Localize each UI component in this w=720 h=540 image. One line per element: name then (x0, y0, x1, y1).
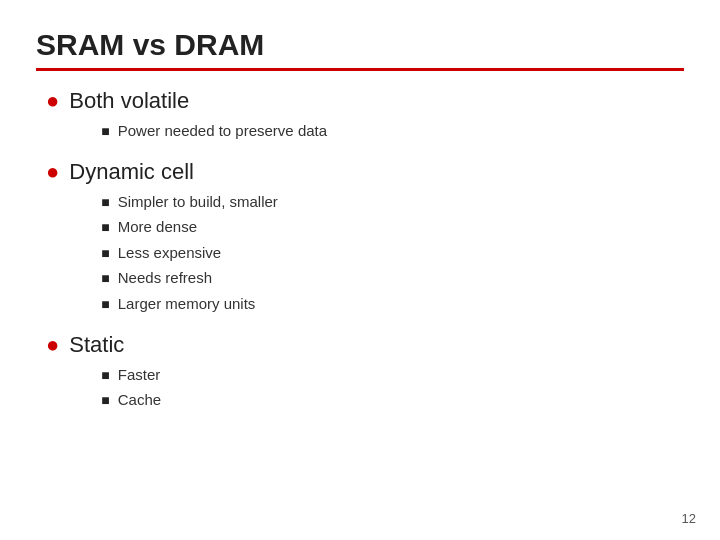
sub-bullets-volatile: ■ Power needed to preserve data (101, 120, 327, 143)
bullet-l2-dot: ■ (101, 268, 109, 289)
bullet-l2-text: Power needed to preserve data (118, 120, 327, 143)
title-divider (36, 68, 684, 71)
list-item: ■ Power needed to preserve data (101, 120, 327, 143)
bullet-l2-text: More dense (118, 216, 197, 239)
slide-content: ● Both volatile ■ Power needed to preser… (36, 87, 684, 418)
bullet-l2-text: Less expensive (118, 242, 221, 265)
bullet-l2-dot: ■ (101, 217, 109, 238)
bullet-l2-dot: ■ (101, 243, 109, 264)
bullet-l2-dot: ■ (101, 390, 109, 411)
list-item: ■ Less expensive (101, 242, 278, 265)
bullet-l2-text: Cache (118, 389, 161, 412)
bullet-l2-dot: ■ (101, 365, 109, 386)
title-area: SRAM vs DRAM (36, 28, 684, 71)
list-item: ■ Faster (101, 364, 161, 387)
bullet-l2-dot: ■ (101, 121, 109, 142)
bullet-l2-dot: ■ (101, 192, 109, 213)
bullet-l1-dot-dynamic: ● (46, 158, 59, 187)
bullet-l1-label-static: Static (69, 332, 124, 357)
bullet-l2-text: Faster (118, 364, 161, 387)
list-item: ■ Needs refresh (101, 267, 278, 290)
slide-title: SRAM vs DRAM (36, 28, 684, 62)
bullet-dynamic-cell: ● Dynamic cell ■ Simpler to build, small… (46, 158, 684, 321)
bullet-both-volatile: ● Both volatile ■ Power needed to preser… (46, 87, 684, 148)
list-item: ■ Simpler to build, smaller (101, 191, 278, 214)
bullet-static: ● Static ■ Faster ■ Cache (46, 331, 684, 418)
page-number: 12 (682, 511, 696, 526)
bullet-l2-text: Larger memory units (118, 293, 256, 316)
bullet-l2-dot: ■ (101, 294, 109, 315)
bullet-l1-dot-static: ● (46, 331, 59, 360)
bullet-l2-text: Simpler to build, smaller (118, 191, 278, 214)
bullet-l1-label-dynamic: Dynamic cell (69, 159, 194, 184)
slide: SRAM vs DRAM ● Both volatile ■ Power nee… (0, 0, 720, 540)
sub-bullets-static: ■ Faster ■ Cache (101, 364, 161, 412)
list-item: ■ More dense (101, 216, 278, 239)
bullet-l1-label-volatile: Both volatile (69, 88, 189, 113)
sub-bullets-dynamic: ■ Simpler to build, smaller ■ More dense… (101, 191, 278, 316)
list-item: ■ Larger memory units (101, 293, 278, 316)
bullet-l2-text: Needs refresh (118, 267, 212, 290)
list-item: ■ Cache (101, 389, 161, 412)
bullet-l1-dot-volatile: ● (46, 87, 59, 116)
